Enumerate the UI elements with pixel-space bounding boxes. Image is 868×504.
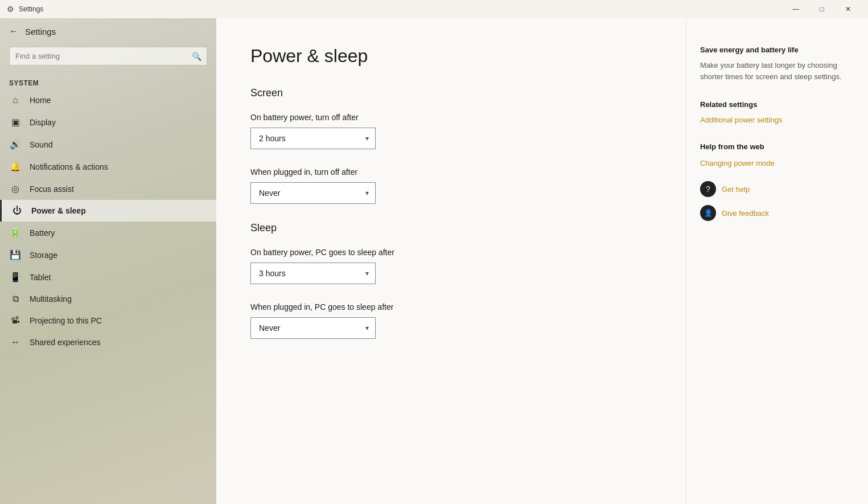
changing-power-mode-link[interactable]: Changing power mode [700, 159, 850, 167]
page-title: Power & sleep [250, 46, 652, 67]
plugged-sleep-dropdown[interactable]: 1 minute 2 minutes 5 minutes 10 minutes … [250, 317, 376, 339]
related-settings-title: Related settings [700, 100, 850, 109]
search-container: 🔍 [9, 47, 207, 65]
sidebar-item-label: Tablet [30, 273, 51, 282]
help-section: Help from the web Changing power mode ? … [700, 142, 850, 221]
energy-title: Save energy and battery life [700, 46, 850, 54]
sidebar-item-label: Storage [30, 251, 57, 260]
sidebar-item-label: Projecting to this PC [30, 316, 102, 325]
battery-screen-label: On battery power, turn off after [250, 113, 652, 122]
battery-icon: 🔋 [9, 227, 22, 238]
titlebar-title: Settings [19, 5, 783, 13]
power-sleep-icon: ⏻ [11, 206, 23, 216]
battery-screen-dropdown-wrapper: 1 minute 2 minutes 5 minutes 10 minutes … [250, 128, 376, 149]
sleep-section: Sleep On battery power, PC goes to sleep… [250, 222, 652, 339]
sidebar-section-label: System [0, 75, 216, 89]
sidebar-item-shared[interactable]: ↔ Shared experiences [0, 331, 216, 353]
help-title: Help from the web [700, 142, 850, 151]
sidebar-item-home[interactable]: ⌂ Home [0, 89, 216, 111]
projecting-icon: 📽 [9, 315, 22, 326]
home-icon: ⌂ [9, 95, 22, 105]
titlebar: ⚙ Settings — □ ✕ [0, 0, 868, 18]
get-help-item[interactable]: ? Get help [700, 181, 850, 197]
battery-sleep-label: On battery power, PC goes to sleep after [250, 248, 652, 257]
plugged-sleep-setting: When plugged in, PC goes to sleep after … [250, 302, 652, 339]
give-feedback-item[interactable]: 👤 Give feedback [700, 205, 850, 221]
sidebar: ← Settings 🔍 System ⌂ Home ▣ Display 🔊 S… [0, 18, 216, 504]
sleep-section-title: Sleep [250, 222, 652, 234]
screen-section: Screen On battery power, turn off after … [250, 87, 652, 204]
maximize-button[interactable]: □ [809, 0, 835, 18]
sidebar-item-label: Notifications & actions [30, 162, 108, 171]
settings-window-icon: ⚙ [7, 5, 14, 14]
display-icon: ▣ [9, 117, 22, 128]
plugged-screen-setting: When plugged in, turn off after 1 minute… [250, 167, 652, 204]
plugged-screen-dropdown-wrapper: 1 minute 2 minutes 5 minutes 10 minutes … [250, 182, 376, 204]
get-help-label[interactable]: Get help [722, 185, 750, 194]
back-title: Settings [25, 27, 56, 36]
give-feedback-icon: 👤 [700, 205, 716, 221]
battery-sleep-dropdown[interactable]: 1 minute 2 minutes 5 minutes 10 minutes … [250, 263, 376, 284]
plugged-sleep-dropdown-wrapper: 1 minute 2 minutes 5 minutes 10 minutes … [250, 317, 376, 339]
search-wrapper: 🔍 [9, 47, 207, 65]
sidebar-item-label: Sound [30, 140, 52, 149]
content-layout: Power & sleep Screen On battery power, t… [216, 18, 868, 504]
minimize-button[interactable]: — [783, 0, 809, 18]
battery-screen-setting: On battery power, turn off after 1 minut… [250, 113, 652, 149]
sidebar-item-label: Battery [30, 228, 55, 237]
plugged-screen-label: When plugged in, turn off after [250, 167, 652, 177]
back-arrow-icon: ← [9, 26, 18, 36]
sidebar-item-battery[interactable]: 🔋 Battery [0, 222, 216, 244]
sidebar-item-label: Power & sleep [31, 206, 86, 215]
sidebar-item-tablet[interactable]: 📱 Tablet [0, 266, 216, 288]
sidebar-item-storage[interactable]: 💾 Storage [0, 244, 216, 266]
sidebar-item-label: Display [30, 118, 56, 127]
search-icon: 🔍 [192, 52, 201, 61]
window-controls: — □ ✕ [783, 0, 861, 18]
multitasking-icon: ⧉ [9, 294, 22, 304]
close-button[interactable]: ✕ [835, 0, 861, 18]
focus-assist-icon: ◎ [9, 183, 22, 194]
sidebar-item-display[interactable]: ▣ Display [0, 111, 216, 133]
sidebar-item-projecting[interactable]: 📽 Projecting to this PC [0, 310, 216, 331]
sidebar-item-label: Home [30, 96, 51, 105]
right-panel: Save energy and battery life Make your b… [686, 18, 868, 504]
plugged-screen-dropdown[interactable]: 1 minute 2 minutes 5 minutes 10 minutes … [250, 182, 376, 204]
sidebar-item-multitasking[interactable]: ⧉ Multitasking [0, 288, 216, 310]
shared-icon: ↔ [9, 337, 22, 347]
additional-power-settings-link[interactable]: Additional power settings [700, 116, 850, 124]
battery-sleep-dropdown-wrapper: 1 minute 2 minutes 5 minutes 10 minutes … [250, 263, 376, 284]
get-help-icon: ? [700, 181, 716, 197]
sidebar-item-label: Focus assist [30, 185, 74, 194]
screen-section-title: Screen [250, 87, 652, 99]
give-feedback-label[interactable]: Give feedback [722, 209, 769, 218]
back-button[interactable]: ← Settings [0, 18, 216, 44]
storage-icon: 💾 [9, 249, 22, 260]
tablet-icon: 📱 [9, 272, 22, 282]
energy-description: Make your battery last longer by choosin… [700, 60, 850, 82]
sidebar-item-label: Shared experiences [30, 338, 101, 347]
sound-icon: 🔊 [9, 139, 22, 150]
sidebar-item-label: Multitasking [30, 294, 72, 304]
battery-sleep-setting: On battery power, PC goes to sleep after… [250, 248, 652, 284]
notifications-icon: 🔔 [9, 161, 22, 172]
main-content: Power & sleep Screen On battery power, t… [216, 18, 686, 504]
battery-screen-dropdown[interactable]: 1 minute 2 minutes 5 minutes 10 minutes … [250, 128, 376, 149]
sidebar-item-power-sleep[interactable]: ⏻ Power & sleep [0, 200, 216, 222]
plugged-sleep-label: When plugged in, PC goes to sleep after [250, 302, 652, 312]
sidebar-item-focus-assist[interactable]: ◎ Focus assist [0, 178, 216, 200]
search-input[interactable] [9, 47, 207, 65]
sidebar-item-sound[interactable]: 🔊 Sound [0, 133, 216, 155]
app-body: ← Settings 🔍 System ⌂ Home ▣ Display 🔊 S… [0, 18, 868, 504]
sidebar-item-notifications[interactable]: 🔔 Notifications & actions [0, 155, 216, 178]
